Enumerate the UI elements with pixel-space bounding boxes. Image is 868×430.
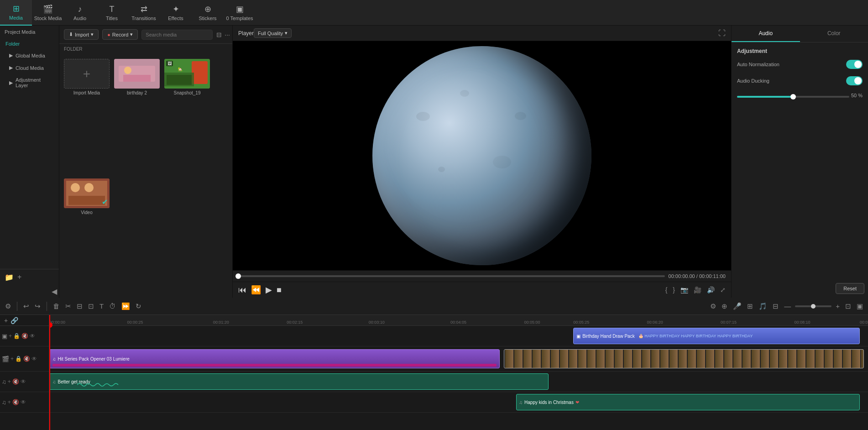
sidebar-item-adjustment-layer[interactable]: ▶ Adjustment Layer	[0, 74, 59, 91]
camera-button[interactable]: 🎥	[694, 286, 701, 294]
track-2-clips: ♫ Hit Series Pack Opener 03 Lumiere	[49, 346, 868, 372]
svg-rect-7	[167, 75, 192, 85]
audio-preview-button[interactable]: 🔊	[707, 286, 715, 294]
tab-effects[interactable]: ✦ Effects	[160, 0, 192, 26]
stop-button[interactable]: ■	[277, 285, 282, 295]
time-display: 00:00:00.00 / 00:00:11:00	[669, 273, 726, 279]
music-button[interactable]: 🎵	[757, 301, 769, 312]
track-3-add-button[interactable]: +	[8, 378, 11, 385]
record-button[interactable]: ● Record ▾	[102, 29, 138, 40]
sidebar-item-cloud-media[interactable]: ▶ Cloud Media	[0, 62, 59, 74]
cut-button[interactable]: ✂	[64, 301, 73, 312]
play-button[interactable]: ▶	[266, 285, 272, 295]
fullscreen-icon[interactable]: ⛶	[718, 29, 726, 37]
crop-button[interactable]: ⊡	[87, 301, 95, 312]
tab-stock-media[interactable]: 🎬 Stock Media	[32, 0, 64, 26]
sidebar-collapse-button[interactable]: ◀	[50, 285, 59, 298]
reset-button[interactable]: Reset	[836, 283, 864, 294]
audio-ducking-slider[interactable]	[737, 96, 849, 98]
layout-button[interactable]: ▣	[855, 301, 864, 312]
search-input[interactable]	[141, 30, 213, 40]
project-media-header[interactable]: Project Media	[0, 26, 59, 38]
snap-button[interactable]: ⊞	[746, 301, 754, 312]
audio-clip-icon: ♫	[52, 379, 56, 384]
hit-series-clip[interactable]: ♫ Hit Series Pack Opener 03 Lumiere	[49, 349, 500, 368]
track-2-mute-button[interactable]: 🔇	[23, 356, 30, 362]
track-1-eye-button[interactable]: 👁	[30, 333, 35, 339]
video-item[interactable]: ✔ Video	[64, 178, 110, 294]
moon-graphic	[372, 46, 591, 265]
birthday-2-item[interactable]: birthday 2	[114, 59, 160, 174]
import-media-item[interactable]: + Import Media	[64, 59, 110, 174]
seek-bar[interactable]	[238, 275, 665, 277]
track-4-clips: ♫ Happy kids in Christmas ❤	[49, 392, 868, 413]
audio-ducking-toggle[interactable]	[846, 76, 863, 85]
tab-templates[interactable]: ▣ 0 Templates	[224, 0, 256, 26]
birthday-2-label: birthday 2	[127, 90, 147, 95]
render-preview-button[interactable]: ⚙	[709, 301, 717, 312]
media-icon: ⊞	[13, 4, 20, 14]
speed-button[interactable]: ⏩	[120, 301, 131, 312]
tab-media[interactable]: ⊞ Media	[0, 0, 32, 26]
caption-button[interactable]: ⊟	[771, 301, 780, 312]
zoom-out-button[interactable]: —	[783, 301, 792, 311]
tab-color-panel[interactable]: Color	[800, 26, 868, 42]
redo-button[interactable]: ↪	[33, 301, 42, 312]
track-4-eye-button[interactable]: 👁	[21, 399, 26, 405]
tab-audio[interactable]: ♪ Audio	[64, 0, 96, 26]
delete-button[interactable]: 🗑	[52, 301, 61, 311]
undo-button[interactable]: ↩	[22, 301, 31, 312]
import-button[interactable]: ⬇ Import ▾	[64, 29, 99, 40]
snapshot-19-item[interactable]: 🏡 🖼 Snapshot_19	[164, 59, 210, 174]
better-get-ready-clip[interactable]: ♫ Better get ready	[49, 373, 549, 390]
track-4-mute-button[interactable]: 🔇	[12, 399, 19, 405]
mark-in-button[interactable]: {	[665, 286, 668, 294]
add-icon[interactable]: +	[17, 273, 21, 282]
track-1-add-button[interactable]: +	[9, 333, 12, 339]
auto-normalization-toggle[interactable]	[846, 60, 863, 69]
birthday-2-thumb	[114, 59, 160, 89]
fit-button[interactable]: ⊡	[844, 301, 852, 312]
track-3-mute-button[interactable]: 🔇	[12, 378, 19, 385]
tab-titles[interactable]: T Titles	[96, 0, 128, 26]
more-options-icon[interactable]: ···	[225, 31, 230, 38]
split-button[interactable]: ⊟	[75, 301, 84, 312]
track-4-add-button[interactable]: +	[8, 399, 11, 405]
track-1-mute-button[interactable]: 🔇	[21, 333, 28, 339]
zoom-slider[interactable]	[795, 305, 831, 307]
add-track-button[interactable]: +	[3, 315, 9, 325]
skip-back-button[interactable]: ⏮	[238, 285, 246, 295]
track-1-lock-button[interactable]: 🔒	[13, 333, 20, 339]
track-3-eye-button[interactable]: 👁	[21, 378, 26, 385]
snapshot-button[interactable]: 📷	[680, 286, 688, 294]
birthday-title-clip[interactable]: ▣ Birthday Hand Draw Pack 🎂 HAPPY BIRTHD…	[573, 328, 860, 344]
timeline-settings-button[interactable]: ⚙	[4, 301, 12, 312]
expand-button[interactable]: ⤢	[720, 286, 726, 294]
tab-stickers[interactable]: ⊕ Stickers	[192, 0, 224, 26]
filter-icon[interactable]: ⊟	[216, 31, 222, 38]
zoom-in-button[interactable]: +	[834, 301, 841, 311]
color-match-button[interactable]: ⊕	[720, 301, 729, 312]
templates-icon: ▣	[236, 4, 244, 14]
sidebar-item-global-media[interactable]: ▶ Global Media	[0, 49, 59, 62]
rotate-button[interactable]: ↻	[134, 301, 143, 312]
track-2-lock-button[interactable]: 🔒	[15, 356, 22, 362]
voice-over-button[interactable]: 🎤	[732, 301, 743, 312]
happy-kids-clip[interactable]: ♫ Happy kids in Christmas ❤	[516, 394, 860, 410]
adjustment-title: Adjustment	[737, 48, 863, 54]
birthday-video-clip[interactable]	[504, 349, 864, 368]
track-2-eye-button[interactable]: 👁	[31, 356, 37, 362]
tab-audio-panel[interactable]: Audio	[732, 26, 800, 42]
tab-transitions[interactable]: ⇄ Transitions	[128, 0, 160, 26]
audio-ducking-knob	[854, 77, 862, 84]
duration-button[interactable]: ⏱	[108, 301, 117, 311]
clip-music-icon: ♫	[52, 357, 56, 362]
new-folder-icon[interactable]: 📁	[5, 273, 14, 282]
quality-chevron-icon: ▾	[285, 30, 288, 36]
quality-select[interactable]: Full Quality ▾	[254, 28, 292, 38]
frame-back-button[interactable]: ⏪	[251, 285, 261, 295]
link-button[interactable]: 🔗	[9, 315, 20, 325]
mark-out-button[interactable]: }	[673, 286, 675, 294]
text-button[interactable]: T	[98, 301, 105, 311]
track-2-add-button[interactable]: +	[10, 356, 14, 362]
